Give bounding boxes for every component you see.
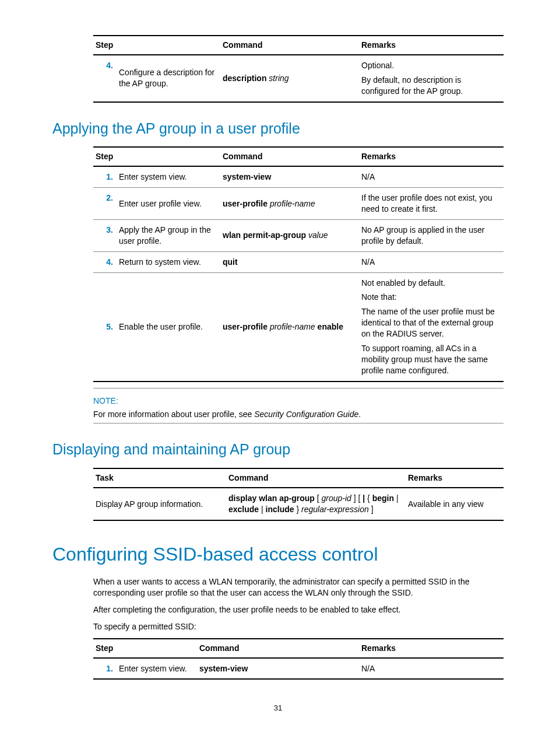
remarks-text: N/A (359, 166, 504, 187)
table-ap-group-desc: Step Command Remarks 4. Configure a desc… (93, 35, 504, 103)
table-row: Display AP group information. display wl… (93, 488, 504, 520)
col-command: Command (220, 147, 359, 166)
remarks-text: Available in any view (406, 488, 504, 520)
col-remarks: Remarks (359, 639, 504, 658)
table: Task Command Remarks Display AP group in… (93, 468, 504, 521)
col-step: Step (93, 147, 220, 166)
step-num: 3. (93, 219, 117, 251)
command-text: system-view (197, 658, 359, 680)
step-num: 4. (93, 251, 117, 272)
paragraph: When a user wants to access a WLAN tempo… (93, 576, 504, 598)
step-text: Configure a description for the AP group… (117, 55, 220, 102)
col-remarks: Remarks (406, 468, 504, 488)
page-number: 31 (52, 703, 504, 713)
step-text: Enter user profile view. (117, 188, 220, 220)
step-num: 1. (93, 166, 117, 187)
remarks-text: Not enabled by default. Note that: The n… (359, 272, 504, 382)
command-text: wlan permit-ap-group value (220, 219, 359, 251)
remarks-text: N/A (359, 251, 504, 272)
command-text: display wlan ap-group [ group-id ] [ | {… (226, 488, 406, 520)
col-step: Step (93, 36, 220, 55)
table-row: 1. Enter system view. system-view N/A (93, 166, 504, 187)
remarks-text: No AP group is applied in the user profi… (359, 219, 504, 251)
heading-displaying-ap-group: Displaying and maintaining AP group (52, 440, 504, 460)
command-text: description string (220, 55, 359, 102)
step-text: Return to system view. (117, 251, 220, 272)
table-row: 4. Configure a description for the AP gr… (93, 55, 504, 102)
step-num: 1. (93, 658, 117, 680)
table-row: 4. Return to system view. quit N/A (93, 251, 504, 272)
table: Step Command Remarks 1. Enter system vie… (93, 146, 504, 382)
step-num: 2. (93, 188, 117, 220)
note-box: NOTE: For more information about user pr… (93, 388, 504, 424)
table-row: 3. Apply the AP group in the user profil… (93, 219, 504, 251)
section-body: When a user wants to access a WLAN tempo… (93, 576, 504, 680)
heading-applying-ap-group: Applying the AP group in a user profile (52, 119, 504, 139)
table: Step Command Remarks 4. Configure a desc… (93, 35, 504, 103)
note-label: NOTE: (93, 396, 504, 407)
col-command: Command (226, 468, 406, 488)
remarks-text: Optional. By default, no description is … (359, 55, 504, 102)
step-num: 4. (93, 55, 117, 102)
table-ssid-steps: Step Command Remarks 1. Enter system vie… (93, 638, 504, 680)
remarks-text: If the user profile does not exist, you … (359, 188, 504, 220)
table-row: 1. Enter system view. system-view N/A (93, 658, 504, 680)
step-text: Enable the user profile. (117, 272, 220, 382)
step-num: 5. (93, 272, 117, 382)
col-remarks: Remarks (359, 147, 504, 166)
table-row: 5. Enable the user profile. user-profile… (93, 272, 504, 382)
table-apply-ap-group: Step Command Remarks 1. Enter system vie… (93, 146, 504, 424)
command-text: user-profile profile-name (220, 188, 359, 220)
table-row: 2. Enter user profile view. user-profile… (93, 188, 504, 220)
task-text: Display AP group information. (93, 488, 226, 520)
paragraph: After completing the configuration, the … (93, 604, 504, 615)
table-display-ap-group: Task Command Remarks Display AP group in… (93, 468, 504, 521)
col-remarks: Remarks (359, 36, 504, 55)
heading-ssid-access-control: Configuring SSID-based access control (52, 542, 504, 567)
command-text: system-view (220, 166, 359, 187)
remarks-text: N/A (359, 658, 504, 680)
step-text: Enter system view. (117, 658, 197, 680)
command-text: quit (220, 251, 359, 272)
step-text: Apply the AP group in the user profile. (117, 219, 220, 251)
col-task: Task (93, 468, 226, 488)
command-text: user-profile profile-name enable (220, 272, 359, 382)
col-command: Command (197, 639, 359, 658)
paragraph: To specify a permitted SSID: (93, 621, 504, 632)
col-step: Step (93, 639, 197, 658)
note-body: For more information about user profile,… (93, 409, 504, 424)
step-text: Enter system view. (117, 166, 220, 187)
col-command: Command (220, 36, 359, 55)
